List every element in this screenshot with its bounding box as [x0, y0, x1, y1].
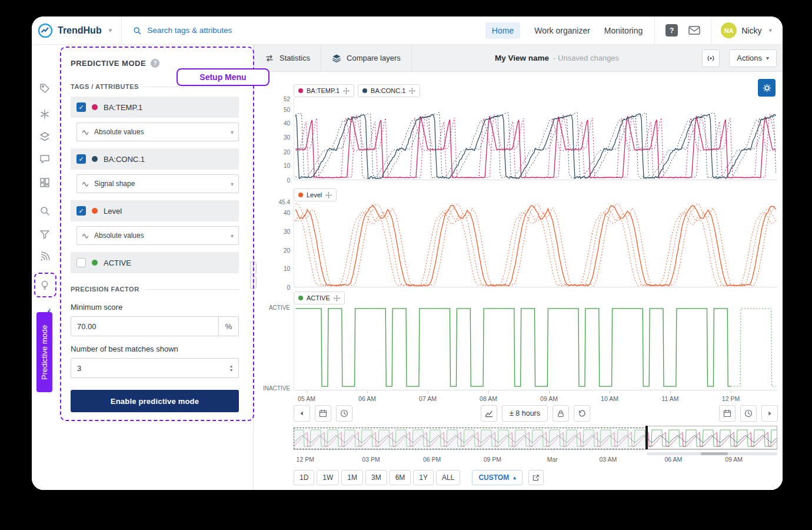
- brand-chevron-down-icon[interactable]: ▾: [109, 26, 112, 34]
- y-tick-label: 40: [284, 120, 290, 127]
- plot-chart-1[interactable]: [294, 99, 777, 180]
- checkbox-checked[interactable]: ✓: [76, 206, 86, 216]
- y-tick-label: 20: [284, 149, 290, 155]
- context-scrollbar[interactable]: [647, 452, 777, 455]
- range-custom-button[interactable]: CUSTOM▴: [472, 470, 522, 485]
- x-tick-label: 07 AM: [419, 395, 437, 402]
- chevron-down-icon: ▾: [766, 55, 769, 61]
- legend-chip-ba-conc-1[interactable]: BA:CONC.1: [358, 84, 420, 97]
- tag-icon[interactable]: [38, 81, 52, 95]
- predictive-mode-panel: PREDICTIVE MODE ? TAGS / ATTRIBUTES ✓ BA…: [58, 45, 253, 490]
- y-tick-label: 45.4: [279, 199, 290, 206]
- help-icon[interactable]: ?: [665, 24, 678, 37]
- range-1m-button[interactable]: 1M: [341, 470, 363, 485]
- nav-monitoring[interactable]: Monitoring: [604, 26, 643, 35]
- tag-row-ba-conc-1[interactable]: ✓ BA:CONC.1: [71, 148, 239, 170]
- live-signal-icon[interactable]: [38, 250, 52, 264]
- calendar-button[interactable]: [315, 405, 331, 422]
- compare-layers-button[interactable]: Compare layers: [321, 45, 412, 72]
- panel-help-icon[interactable]: ?: [151, 59, 159, 68]
- context-selection-handle[interactable]: [645, 426, 648, 449]
- history-reset-button[interactable]: [574, 405, 590, 422]
- calendar-end-button[interactable]: [719, 405, 736, 422]
- dashboard-icon[interactable]: [38, 175, 52, 190]
- brand[interactable]: TrendHub ▾: [38, 23, 112, 38]
- matches-input[interactable]: [71, 359, 224, 377]
- broadcast-button[interactable]: [702, 49, 720, 67]
- legend-chip-level[interactable]: Level: [294, 188, 337, 201]
- pan-left-button[interactable]: [294, 405, 310, 422]
- minimum-score-input[interactable]: [71, 317, 218, 336]
- tag-option-dropdown[interactable]: Absolute values ▾: [76, 122, 239, 141]
- context-scrollbar-thumb[interactable]: [701, 452, 728, 455]
- tags-section-header: TAGS / ATTRIBUTES: [71, 83, 139, 90]
- move-icon[interactable]: [325, 192, 332, 198]
- range-3m-button[interactable]: 3M: [365, 470, 387, 485]
- y-tick-label: 0: [287, 284, 290, 291]
- comment-icon[interactable]: [38, 152, 52, 166]
- view-toolbar: Statistics Compare layers My View name -…: [254, 45, 783, 72]
- search-input[interactable]: [147, 26, 341, 35]
- pan-right-button[interactable]: [761, 405, 778, 422]
- recommendation-bulb-icon[interactable]: [38, 278, 52, 292]
- x-tick-label: 10 AM: [601, 395, 618, 402]
- range-1d-button[interactable]: 1D: [294, 470, 314, 485]
- move-icon[interactable]: [334, 295, 340, 302]
- legend-chart-2: Level: [294, 188, 337, 201]
- legend-chip-active[interactable]: ACTIVE: [294, 292, 345, 304]
- chart-settings-button[interactable]: [758, 79, 776, 97]
- time-span-button[interactable]: ± 8 hours: [502, 405, 548, 422]
- tag-row-active[interactable]: ACTIVE: [71, 252, 239, 273]
- tag-row-ba-temp-1[interactable]: ✓ BA:TEMP.1: [71, 97, 239, 118]
- user-name: Nicky: [741, 26, 761, 35]
- enable-predictive-mode-button[interactable]: Enable predictive mode: [71, 390, 239, 412]
- search-sidebar-icon[interactable]: [38, 204, 52, 218]
- sparkle-icon[interactable]: [38, 107, 52, 121]
- plot-chart-2[interactable]: [294, 202, 777, 287]
- legend-chip-ba-temp-1[interactable]: BA:TEMP.1: [294, 84, 354, 97]
- tag-label: Level: [104, 207, 122, 216]
- range-1w-button[interactable]: 1W: [317, 470, 339, 485]
- move-icon[interactable]: [409, 88, 415, 94]
- context-selection-window[interactable]: [647, 426, 777, 449]
- layers-icon[interactable]: [38, 130, 52, 144]
- panel-collapse-handle[interactable]: [250, 261, 257, 289]
- move-icon[interactable]: [343, 88, 350, 94]
- nav-work-organizer[interactable]: Work organizer: [534, 26, 590, 35]
- filter-icon[interactable]: [38, 227, 52, 241]
- checkbox-checked[interactable]: ✓: [76, 154, 86, 164]
- series-level-match-3: [295, 211, 776, 286]
- context-tick-label: 03 AM: [599, 456, 617, 463]
- predictive-mode-tab[interactable]: Predictive mode: [36, 312, 52, 392]
- trend-scale-button[interactable]: [481, 405, 497, 422]
- plot-chart-3[interactable]: [294, 305, 777, 390]
- clock-end-button[interactable]: [740, 405, 757, 422]
- y-tick-label: 30: [284, 228, 290, 235]
- clock-button[interactable]: [336, 405, 352, 422]
- export-range-button[interactable]: [528, 470, 544, 485]
- tag-row-level[interactable]: ✓ Level: [71, 200, 239, 221]
- number-stepper[interactable]: ▴▾: [224, 359, 238, 377]
- checkbox-unchecked[interactable]: [76, 258, 86, 267]
- series-active-predicted: [731, 309, 776, 386]
- range-1y-button[interactable]: 1Y: [413, 470, 434, 485]
- y-tick-label: 10: [284, 163, 290, 169]
- mail-icon[interactable]: [688, 26, 700, 35]
- range-all-button[interactable]: ALL: [436, 470, 460, 485]
- dropdown-value: Absolute values: [94, 128, 226, 136]
- context-bar[interactable]: [294, 428, 777, 450]
- x-tick: [549, 391, 550, 393]
- lock-button[interactable]: [553, 405, 569, 422]
- statistics-button[interactable]: Statistics: [254, 45, 321, 72]
- tag-option-dropdown[interactable]: Absolute values ▾: [76, 226, 239, 245]
- divider: [654, 16, 655, 45]
- user-menu[interactable]: NA Nicky ▾: [721, 22, 772, 38]
- tag-option-dropdown[interactable]: Signal shape ▾: [76, 174, 239, 193]
- checkbox-checked[interactable]: ✓: [76, 102, 86, 112]
- nav-home[interactable]: Home: [485, 22, 520, 39]
- actions-button[interactable]: Actions▾: [729, 49, 777, 67]
- dropdown-value: Absolute values: [94, 231, 226, 240]
- view-name[interactable]: My View name: [495, 54, 549, 62]
- chart-stack: BA:TEMP.1 BA:CONC.1 5250403020100 Level: [254, 72, 783, 490]
- range-6m-button[interactable]: 6M: [390, 470, 411, 485]
